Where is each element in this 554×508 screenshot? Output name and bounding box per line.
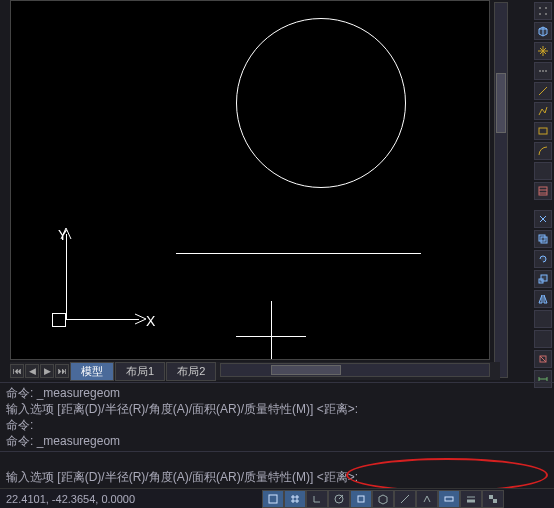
tab-nav-next[interactable]: ▶ — [40, 364, 54, 378]
svg-line-7 — [539, 87, 547, 95]
svg-point-1 — [545, 7, 547, 9]
ucs-y-label: Y — [58, 227, 67, 243]
last-icon: ⏭ — [58, 366, 67, 376]
vertical-scrollbar[interactable] — [494, 2, 508, 378]
svg-rect-10 — [539, 187, 547, 195]
tab-label: 模型 — [81, 365, 103, 377]
ucs-x-label: X — [146, 313, 155, 329]
copy-icon[interactable] — [534, 230, 552, 248]
drafting-settings — [262, 490, 504, 508]
grid-button[interactable] — [284, 490, 306, 508]
tab-layout2[interactable]: 布局2 — [166, 362, 216, 381]
coordinates-display[interactable]: 22.4101, -42.3654, 0.0000 — [0, 493, 141, 505]
rectangle-icon[interactable] — [534, 122, 552, 140]
drawing-line — [176, 253, 421, 254]
scale-icon[interactable] — [534, 270, 552, 288]
tab-nav-prev[interactable]: ◀ — [25, 364, 39, 378]
svg-point-9 — [539, 167, 547, 175]
line-icon[interactable] — [534, 82, 552, 100]
svg-line-22 — [540, 356, 546, 362]
snap-mode-button[interactable] — [262, 490, 284, 508]
svg-point-6 — [545, 70, 547, 72]
ucs-y-axis — [66, 234, 67, 319]
ducs-button[interactable] — [416, 490, 438, 508]
otrack-button[interactable] — [394, 490, 416, 508]
svg-point-5 — [542, 70, 544, 72]
drawing-circle — [236, 18, 406, 188]
command-prompt-label: 输入选项 [距离(D)/半径(R)/角度(A)/面积(AR)/质量特性(M)] … — [6, 468, 358, 486]
toolbar-grip[interactable] — [534, 2, 552, 20]
horizontal-scrollbar[interactable] — [220, 363, 490, 377]
mirror-icon[interactable] — [534, 290, 552, 308]
tab-nav-first[interactable]: ⏮ — [10, 364, 24, 378]
tab-label: 布局2 — [177, 365, 205, 377]
svg-rect-8 — [539, 128, 547, 134]
ucs-x-axis — [66, 319, 139, 320]
command-history-line: 命令: — [6, 417, 548, 433]
horizontal-scrollbar-thumb[interactable] — [271, 365, 341, 375]
osnap-button[interactable] — [350, 490, 372, 508]
svg-point-4 — [539, 70, 541, 72]
command-history-line: 命令: _measuregeom — [6, 433, 548, 449]
svg-point-2 — [539, 13, 541, 15]
ortho-button[interactable] — [306, 490, 328, 508]
pan-icon[interactable] — [534, 42, 552, 60]
circle-icon[interactable] — [534, 162, 552, 180]
next-icon: ▶ — [44, 366, 51, 376]
trim-icon[interactable] — [534, 310, 552, 328]
svg-rect-35 — [493, 499, 497, 503]
svg-rect-16 — [541, 275, 547, 281]
svg-rect-34 — [489, 495, 493, 499]
ucs-origin-box — [52, 313, 66, 327]
svg-rect-29 — [358, 496, 364, 502]
polyline-icon[interactable] — [534, 102, 552, 120]
svg-line-30 — [401, 495, 409, 503]
lineweight-button[interactable] — [460, 490, 482, 508]
svg-rect-26 — [269, 495, 277, 503]
polar-button[interactable] — [328, 490, 350, 508]
viewcube-icon[interactable] — [534, 22, 552, 40]
tab-nav-last[interactable]: ⏭ — [55, 364, 69, 378]
tab-model[interactable]: 模型 — [70, 362, 114, 381]
command-history-line: 输入选项 [距离(D)/半径(R)/角度(A)/面积(AR)/质量特性(M)] … — [6, 401, 548, 417]
tab-label: 布局1 — [126, 365, 154, 377]
drawing-area[interactable]: Y X — [10, 0, 490, 360]
svg-point-0 — [539, 7, 541, 9]
svg-line-20 — [543, 335, 547, 341]
right-toolbar — [516, 2, 552, 388]
hatch-icon[interactable] — [534, 182, 552, 200]
toolbar-grip-2[interactable] — [534, 62, 552, 80]
command-history-line: 命令: _measuregeom — [6, 385, 548, 401]
svg-rect-31 — [445, 497, 453, 501]
crosshair-vertical — [271, 301, 272, 360]
arc-icon[interactable] — [534, 142, 552, 160]
command-history: 命令: _measuregeom 输入选项 [距离(D)/半径(R)/角度(A)… — [0, 382, 554, 452]
command-input[interactable] — [358, 470, 388, 484]
osnap3d-button[interactable] — [372, 490, 394, 508]
transparency-button[interactable] — [482, 490, 504, 508]
vertical-scrollbar-thumb[interactable] — [496, 73, 506, 133]
rotate-icon[interactable] — [534, 250, 552, 268]
move-icon[interactable] — [534, 210, 552, 228]
prev-icon: ◀ — [29, 366, 36, 376]
dyn-input-button[interactable] — [438, 490, 460, 508]
erase-icon[interactable] — [534, 350, 552, 368]
crosshair-horizontal — [236, 336, 306, 337]
svg-rect-14 — [541, 237, 547, 243]
status-bar: 22.4101, -42.3654, 0.0000 — [0, 488, 554, 508]
first-icon: ⏮ — [13, 366, 22, 376]
tab-layout1[interactable]: 布局1 — [115, 362, 165, 381]
command-prompt: 输入选项 [距离(D)/半径(R)/角度(A)/面积(AR)/质量特性(M)] … — [0, 464, 554, 486]
svg-point-3 — [545, 13, 547, 15]
extend-icon[interactable] — [534, 330, 552, 348]
